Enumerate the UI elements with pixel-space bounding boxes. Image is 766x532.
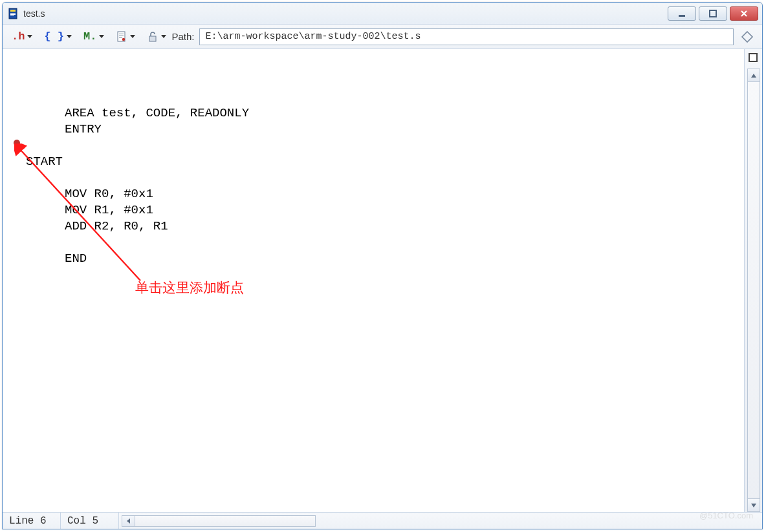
dropdown-arrow-icon — [99, 35, 104, 38]
unlock-icon — [147, 30, 159, 43]
code-line[interactable] — [26, 170, 744, 186]
diamond-icon — [741, 30, 754, 43]
code-line[interactable]: ENTRY — [26, 122, 744, 138]
horizontal-scrollbar[interactable] — [122, 515, 316, 527]
code-line[interactable]: MOV R1, #0x1 — [26, 202, 744, 218]
titlebar: test.s — [3, 3, 762, 25]
toolbar-h-dropdown[interactable]: .h — [9, 28, 35, 46]
toolbar-lock-dropdown[interactable] — [144, 28, 169, 46]
status-line: Line 6 — [3, 513, 61, 529]
toolbar: .h { } M. — [3, 25, 762, 49]
close-button[interactable] — [730, 6, 758, 21]
file-icon — [8, 8, 19, 19]
window-title: test.s — [23, 8, 668, 19]
editor-wrap: AREA test, CODE, READONLYENTRYSTARTMOV R… — [3, 49, 762, 512]
toolbar-m-dropdown[interactable]: M. — [81, 28, 107, 46]
diamond-button[interactable] — [739, 28, 756, 45]
svg-rect-5 — [679, 15, 685, 17]
vertical-scrollbar[interactable] — [747, 69, 760, 512]
svg-rect-9 — [119, 36, 124, 36]
scroll-left-button[interactable] — [122, 516, 135, 526]
window-controls — [668, 6, 758, 21]
toolbar-doc-dropdown[interactable] — [113, 28, 138, 46]
minimize-button[interactable] — [668, 6, 696, 21]
code-line[interactable] — [26, 138, 744, 154]
code-line[interactable]: MOV R0, #0x1 — [26, 186, 744, 202]
path-input[interactable] — [199, 28, 734, 45]
svg-rect-12 — [149, 36, 156, 41]
maximize-button[interactable] — [699, 6, 727, 21]
code-line[interactable] — [26, 235, 744, 251]
code-area[interactable]: AREA test, CODE, READONLYENTRYSTARTMOV R… — [26, 49, 744, 512]
right-panel — [744, 49, 762, 512]
svg-rect-1 — [10, 10, 16, 12]
svg-rect-3 — [10, 14, 16, 15]
statusbar: Line 6 Col 5 — [3, 512, 762, 529]
dropdown-arrow-icon — [27, 35, 32, 38]
scroll-down-button[interactable] — [748, 498, 760, 511]
code-line[interactable]: START — [26, 154, 744, 170]
bookmark-toggle[interactable] — [749, 53, 758, 62]
path-label: Path: — [171, 31, 194, 42]
dropdown-arrow-icon — [67, 35, 72, 38]
document-icon — [116, 30, 127, 43]
svg-rect-4 — [10, 16, 14, 16]
dropdown-arrow-icon — [130, 35, 135, 38]
scroll-up-button[interactable] — [748, 69, 760, 82]
code-line[interactable]: ADD R2, R0, R1 — [26, 218, 744, 235]
gutter[interactable] — [3, 49, 26, 512]
svg-rect-10 — [119, 37, 122, 38]
svg-rect-2 — [10, 13, 16, 14]
editor-window: test.s .h { } M. — [2, 2, 763, 529]
svg-point-11 — [122, 37, 125, 40]
breakpoint-marker[interactable] — [14, 140, 20, 146]
svg-rect-8 — [119, 34, 124, 34]
code-line[interactable]: AREA test, CODE, READONLY — [26, 105, 744, 122]
watermark: @51CTO.com — [699, 511, 753, 520]
code-line[interactable]: END — [26, 251, 744, 267]
dropdown-arrow-icon — [161, 35, 166, 38]
svg-rect-6 — [710, 10, 716, 17]
toolbar-braces-dropdown[interactable]: { } — [41, 28, 74, 46]
status-col: Col 5 — [61, 513, 119, 529]
